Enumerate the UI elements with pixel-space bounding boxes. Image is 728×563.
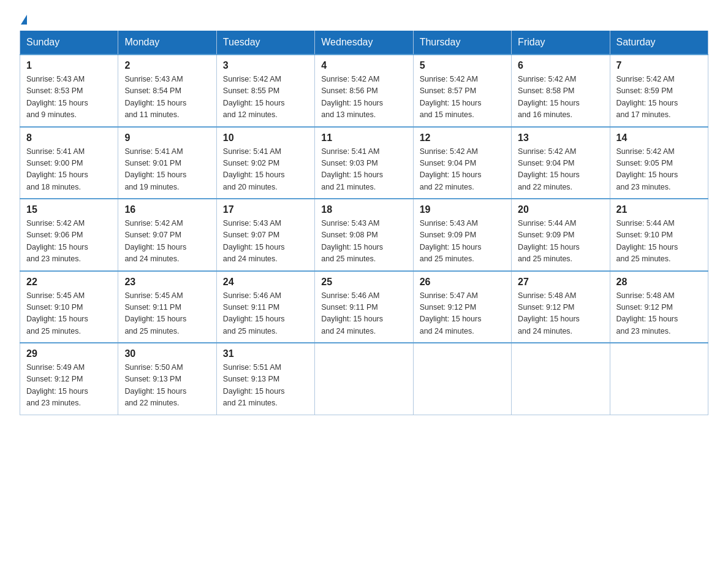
calendar-cell: 30Sunrise: 5:50 AMSunset: 9:13 PMDayligh… <box>118 343 216 415</box>
day-number: 27 <box>518 277 603 288</box>
day-number: 12 <box>420 132 505 144</box>
day-info: Sunrise: 5:44 AMSunset: 9:09 PMDaylight:… <box>518 218 603 266</box>
weekday-header-tuesday: Tuesday <box>216 31 314 55</box>
day-info: Sunrise: 5:41 AMSunset: 9:02 PMDaylight:… <box>223 146 308 194</box>
day-number: 29 <box>26 348 112 359</box>
day-info: Sunrise: 5:50 AMSunset: 9:13 PMDaylight:… <box>124 362 210 410</box>
day-info: Sunrise: 5:48 AMSunset: 9:12 PMDaylight:… <box>518 290 603 338</box>
day-number: 22 <box>26 277 112 288</box>
day-info: Sunrise: 5:42 AMSunset: 8:57 PMDaylight:… <box>420 74 505 121</box>
day-info: Sunrise: 5:41 AMSunset: 9:01 PMDaylight:… <box>124 146 210 194</box>
day-number: 9 <box>124 132 210 144</box>
day-info: Sunrise: 5:42 AMSunset: 8:58 PMDaylight:… <box>518 74 603 121</box>
calendar-cell: 10Sunrise: 5:41 AMSunset: 9:02 PMDayligh… <box>216 127 314 199</box>
calendar-cell <box>512 343 610 415</box>
calendar-cell: 15Sunrise: 5:42 AMSunset: 9:06 PMDayligh… <box>20 199 118 271</box>
calendar-cell: 11Sunrise: 5:41 AMSunset: 9:03 PMDayligh… <box>315 127 413 199</box>
day-info: Sunrise: 5:42 AMSunset: 8:56 PMDaylight:… <box>321 74 406 121</box>
calendar-cell: 25Sunrise: 5:46 AMSunset: 9:11 PMDayligh… <box>315 271 413 343</box>
day-info: Sunrise: 5:43 AMSunset: 9:09 PMDaylight:… <box>420 218 505 266</box>
day-info: Sunrise: 5:45 AMSunset: 9:11 PMDaylight:… <box>124 290 210 338</box>
day-number: 3 <box>223 60 308 71</box>
day-number: 16 <box>124 204 210 215</box>
day-number: 10 <box>223 132 308 144</box>
day-number: 4 <box>321 60 406 71</box>
day-number: 6 <box>518 60 603 71</box>
day-info: Sunrise: 5:43 AMSunset: 8:54 PMDaylight:… <box>124 74 210 121</box>
day-info: Sunrise: 5:42 AMSunset: 9:05 PMDaylight:… <box>616 146 702 194</box>
calendar-week-row: 15Sunrise: 5:42 AMSunset: 9:06 PMDayligh… <box>20 199 708 271</box>
calendar-cell: 4Sunrise: 5:42 AMSunset: 8:56 PMDaylight… <box>315 55 413 127</box>
calendar-cell: 23Sunrise: 5:45 AMSunset: 9:11 PMDayligh… <box>118 271 216 343</box>
weekday-header-thursday: Thursday <box>413 31 511 55</box>
weekday-header-saturday: Saturday <box>610 31 708 55</box>
day-info: Sunrise: 5:51 AMSunset: 9:13 PMDaylight:… <box>223 362 308 410</box>
calendar-cell: 18Sunrise: 5:43 AMSunset: 9:08 PMDayligh… <box>315 199 413 271</box>
day-info: Sunrise: 5:42 AMSunset: 9:06 PMDaylight:… <box>26 218 112 266</box>
calendar-cell: 12Sunrise: 5:42 AMSunset: 9:04 PMDayligh… <box>413 127 511 199</box>
day-number: 30 <box>124 348 210 359</box>
weekday-header-monday: Monday <box>118 31 216 55</box>
day-info: Sunrise: 5:43 AMSunset: 8:53 PMDaylight:… <box>26 74 112 121</box>
calendar-cell: 7Sunrise: 5:42 AMSunset: 8:59 PMDaylight… <box>610 55 708 127</box>
weekday-header-sunday: Sunday <box>20 31 118 55</box>
day-number: 21 <box>616 204 702 215</box>
weekday-header-wednesday: Wednesday <box>315 31 413 55</box>
day-info: Sunrise: 5:42 AMSunset: 9:04 PMDaylight:… <box>518 146 603 194</box>
day-number: 8 <box>26 132 112 144</box>
calendar-cell: 20Sunrise: 5:44 AMSunset: 9:09 PMDayligh… <box>512 199 610 271</box>
calendar-cell: 3Sunrise: 5:42 AMSunset: 8:55 PMDaylight… <box>216 55 314 127</box>
logo-triangle-icon <box>21 15 27 25</box>
calendar-cell: 22Sunrise: 5:45 AMSunset: 9:10 PMDayligh… <box>20 271 118 343</box>
calendar-cell: 31Sunrise: 5:51 AMSunset: 9:13 PMDayligh… <box>216 343 314 415</box>
day-number: 13 <box>518 132 603 144</box>
day-number: 26 <box>420 277 505 288</box>
calendar-cell <box>413 343 511 415</box>
day-number: 14 <box>616 132 702 144</box>
day-info: Sunrise: 5:47 AMSunset: 9:12 PMDaylight:… <box>420 290 505 338</box>
calendar-week-row: 1Sunrise: 5:43 AMSunset: 8:53 PMDaylight… <box>20 55 708 127</box>
calendar-cell: 13Sunrise: 5:42 AMSunset: 9:04 PMDayligh… <box>512 127 610 199</box>
calendar-cell: 2Sunrise: 5:43 AMSunset: 8:54 PMDaylight… <box>118 55 216 127</box>
day-info: Sunrise: 5:49 AMSunset: 9:12 PMDaylight:… <box>26 362 112 410</box>
calendar-cell <box>610 343 708 415</box>
day-number: 31 <box>223 348 308 359</box>
calendar-cell: 1Sunrise: 5:43 AMSunset: 8:53 PMDaylight… <box>20 55 118 127</box>
calendar-cell: 27Sunrise: 5:48 AMSunset: 9:12 PMDayligh… <box>512 271 610 343</box>
day-info: Sunrise: 5:46 AMSunset: 9:11 PMDaylight:… <box>223 290 308 338</box>
calendar-cell: 19Sunrise: 5:43 AMSunset: 9:09 PMDayligh… <box>413 199 511 271</box>
day-number: 25 <box>321 277 406 288</box>
calendar-cell: 14Sunrise: 5:42 AMSunset: 9:05 PMDayligh… <box>610 127 708 199</box>
calendar-cell: 28Sunrise: 5:48 AMSunset: 9:12 PMDayligh… <box>610 271 708 343</box>
day-number: 7 <box>616 60 702 71</box>
calendar-table: SundayMondayTuesdayWednesdayThursdayFrid… <box>20 31 708 415</box>
calendar-cell: 16Sunrise: 5:42 AMSunset: 9:07 PMDayligh… <box>118 199 216 271</box>
day-info: Sunrise: 5:42 AMSunset: 9:07 PMDaylight:… <box>124 218 210 266</box>
calendar-cell: 5Sunrise: 5:42 AMSunset: 8:57 PMDaylight… <box>413 55 511 127</box>
calendar-header-row: SundayMondayTuesdayWednesdayThursdayFrid… <box>20 31 708 55</box>
day-info: Sunrise: 5:42 AMSunset: 9:04 PMDaylight:… <box>420 146 505 194</box>
calendar-week-row: 29Sunrise: 5:49 AMSunset: 9:12 PMDayligh… <box>20 343 708 415</box>
calendar-cell: 29Sunrise: 5:49 AMSunset: 9:12 PMDayligh… <box>20 343 118 415</box>
day-info: Sunrise: 5:43 AMSunset: 9:07 PMDaylight:… <box>223 218 308 266</box>
calendar-week-row: 22Sunrise: 5:45 AMSunset: 9:10 PMDayligh… <box>20 271 708 343</box>
day-info: Sunrise: 5:41 AMSunset: 9:03 PMDaylight:… <box>321 146 406 194</box>
calendar-cell: 8Sunrise: 5:41 AMSunset: 9:00 PMDaylight… <box>20 127 118 199</box>
day-info: Sunrise: 5:45 AMSunset: 9:10 PMDaylight:… <box>26 290 112 338</box>
day-number: 1 <box>26 60 112 71</box>
calendar-cell: 6Sunrise: 5:42 AMSunset: 8:58 PMDaylight… <box>512 55 610 127</box>
day-info: Sunrise: 5:46 AMSunset: 9:11 PMDaylight:… <box>321 290 406 338</box>
day-number: 11 <box>321 132 406 144</box>
calendar-cell: 9Sunrise: 5:41 AMSunset: 9:01 PMDaylight… <box>118 127 216 199</box>
calendar-cell: 17Sunrise: 5:43 AMSunset: 9:07 PMDayligh… <box>216 199 314 271</box>
day-number: 2 <box>124 60 210 71</box>
weekday-header-friday: Friday <box>512 31 610 55</box>
calendar-cell: 26Sunrise: 5:47 AMSunset: 9:12 PMDayligh… <box>413 271 511 343</box>
calendar-cell <box>315 343 413 415</box>
day-number: 17 <box>223 204 308 215</box>
logo <box>20 15 27 25</box>
day-info: Sunrise: 5:43 AMSunset: 9:08 PMDaylight:… <box>321 218 406 266</box>
day-number: 28 <box>616 277 702 288</box>
calendar-cell: 21Sunrise: 5:44 AMSunset: 9:10 PMDayligh… <box>610 199 708 271</box>
page-header <box>20 15 708 25</box>
